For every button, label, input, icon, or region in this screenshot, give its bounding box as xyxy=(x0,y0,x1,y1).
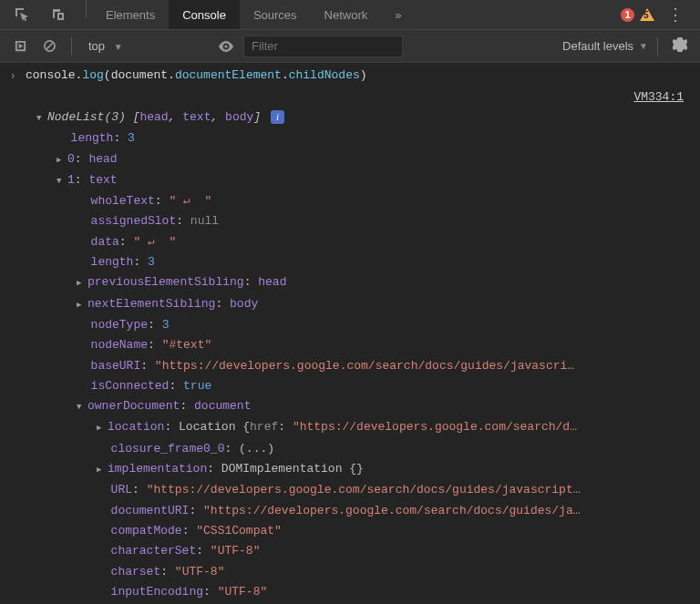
console-input-row: › console.log(document.documentElement.c… xyxy=(0,67,700,85)
prop-nodename: nodeName: "#text" xyxy=(36,335,700,355)
info-icon[interactable]: i xyxy=(271,110,284,124)
tab-sources[interactable]: Sources xyxy=(240,0,311,29)
prop-nextsibling[interactable]: nextElementSibling: body xyxy=(36,294,700,315)
divider xyxy=(657,37,658,56)
chevron-down-icon: ▼ xyxy=(114,42,123,52)
chevron-down-icon: ▼ xyxy=(639,41,648,51)
prop-assignedslot: assignedSlot: null xyxy=(36,211,700,231)
tabs-overflow[interactable]: » xyxy=(381,0,415,29)
kebab-menu-icon[interactable]: ⋮ xyxy=(660,5,691,25)
prop-location[interactable]: location: Location {href: "https://devel… xyxy=(36,417,700,438)
clear-console-icon[interactable] xyxy=(36,39,62,53)
divider xyxy=(71,37,72,56)
prop-closureframe: closure_frame0_0: (...) xyxy=(36,439,700,459)
prop-prevsibling[interactable]: previousElementSibling: head xyxy=(36,272,700,293)
prop-data: data: " ↵ " xyxy=(36,232,700,252)
entered-command: console.log(document.documentElement.chi… xyxy=(26,68,367,83)
log-levels-label: Default levels xyxy=(562,39,633,53)
prop-isconnected: isConnected: true xyxy=(36,376,700,396)
prop-characterset: characterSet: "UTF-8" xyxy=(36,541,700,561)
svg-point-2 xyxy=(224,45,227,47)
prop-compatmode: compatMode: "CSS1Compat" xyxy=(36,521,700,541)
prop-ownerdocument[interactable]: ownerDocument: document xyxy=(36,396,700,417)
divider xyxy=(86,0,87,18)
inspect-icon[interactable] xyxy=(9,7,35,22)
prop-index-1[interactable]: 1: text xyxy=(36,170,700,191)
prop-inputencoding: inputEncoding: "UTF-8" xyxy=(36,582,700,602)
filter-input[interactable] xyxy=(243,36,403,57)
live-expression-icon[interactable] xyxy=(212,41,240,52)
console-output: › console.log(document.documentElement.c… xyxy=(0,63,700,604)
result-tree: NodeList(3) [head, text, body] i length:… xyxy=(0,104,700,602)
prop-length2: length: 3 xyxy=(36,252,700,272)
console-toolbar: top ▼ Default levels ▼ xyxy=(0,30,700,63)
prop-url: URL: "https://developers.google.com/sear… xyxy=(36,480,700,500)
gear-icon[interactable] xyxy=(667,37,693,55)
prop-wholetext: wholeText: " ↵ " xyxy=(36,191,700,211)
prop-index-0[interactable]: 0: head xyxy=(36,149,700,170)
tab-network[interactable]: Network xyxy=(311,0,382,29)
prop-implementation[interactable]: implementation: DOMImplementation {} xyxy=(36,459,700,480)
device-toggle-icon[interactable] xyxy=(46,7,71,22)
tab-console[interactable]: Console xyxy=(169,0,240,29)
prompt-icon: › xyxy=(0,68,26,83)
svg-line-1 xyxy=(46,43,53,50)
prop-charset: charset: "UTF-8" xyxy=(36,562,700,582)
prop-documenturi: documentURI: "https://developers.google.… xyxy=(36,501,700,521)
context-label: top xyxy=(88,39,105,53)
prop-baseuri: baseURI: "https://developers.google.com/… xyxy=(36,356,700,376)
play-icon[interactable] xyxy=(7,39,33,53)
log-levels-selector[interactable]: Default levels ▼ xyxy=(562,39,648,53)
prop-nodetype: nodeType: 3 xyxy=(36,315,700,335)
source-link[interactable]: VM334:1 xyxy=(0,85,700,104)
error-count-badge[interactable]: 1 xyxy=(621,8,634,22)
tab-elements[interactable]: Elements xyxy=(92,0,169,29)
nodelist-header[interactable]: NodeList(3) [head, text, body] i xyxy=(36,107,700,128)
warning-count-badge[interactable]: 5 xyxy=(640,8,654,21)
context-selector[interactable]: top ▼ xyxy=(81,36,209,56)
devtools-tabbar: Elements Console Sources Network » 1 5 ⋮ xyxy=(0,0,700,30)
prop-length: length: 3 xyxy=(36,128,700,148)
